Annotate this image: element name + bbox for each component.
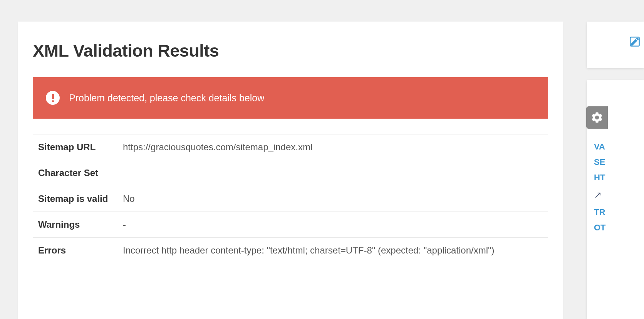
row-label-sitemap-url: Sitemap URL bbox=[38, 142, 123, 153]
alert-message: Problem detected, please check details b… bbox=[69, 92, 264, 104]
table-row: Warnings - bbox=[33, 212, 548, 237]
row-label-warnings: Warnings bbox=[38, 219, 123, 230]
table-row: Errors Incorrect http header content-typ… bbox=[33, 237, 548, 263]
results-table: Sitemap URL https://graciousquotes.com/s… bbox=[33, 134, 548, 263]
row-value-sitemap-url: https://graciousquotes.com/sitemap_index… bbox=[123, 142, 543, 153]
settings-gear-button[interactable] bbox=[586, 106, 608, 129]
sidebar-links-list: VA SE HT ↗ TR OT bbox=[594, 142, 606, 233]
sidebar-link-tr[interactable]: TR bbox=[594, 207, 606, 217]
table-row: Sitemap URL https://graciousquotes.com/s… bbox=[33, 134, 548, 160]
table-row: Character Set bbox=[33, 160, 548, 186]
page-title: XML Validation Results bbox=[33, 41, 548, 61]
sidebar-link-html[interactable]: HT bbox=[594, 173, 606, 183]
row-label-charset: Character Set bbox=[38, 168, 123, 178]
table-row: Sitemap is valid No bbox=[33, 186, 548, 212]
row-label-valid: Sitemap is valid bbox=[38, 193, 123, 204]
edit-icon[interactable] bbox=[629, 36, 640, 47]
gear-icon bbox=[590, 111, 604, 124]
row-value-warnings: - bbox=[123, 219, 543, 230]
alert-icon bbox=[46, 91, 60, 105]
problem-alert: Problem detected, please check details b… bbox=[33, 77, 548, 119]
row-value-valid: No bbox=[123, 193, 543, 204]
sidebar-link-arrow[interactable]: ↗ bbox=[594, 188, 606, 202]
main-results-card: XML Validation Results Problem detected,… bbox=[18, 22, 563, 319]
sidebar-link-seo[interactable]: SE bbox=[594, 157, 606, 167]
sidebar-nav-card: VA SE HT ↗ TR OT bbox=[587, 80, 644, 319]
row-value-errors: Incorrect http header content-type: "tex… bbox=[123, 245, 543, 256]
sidebar-top-card bbox=[587, 22, 644, 68]
row-label-errors: Errors bbox=[38, 245, 123, 256]
sidebar-link-other[interactable]: OT bbox=[594, 223, 606, 233]
sidebar-link-validation[interactable]: VA bbox=[594, 142, 606, 152]
